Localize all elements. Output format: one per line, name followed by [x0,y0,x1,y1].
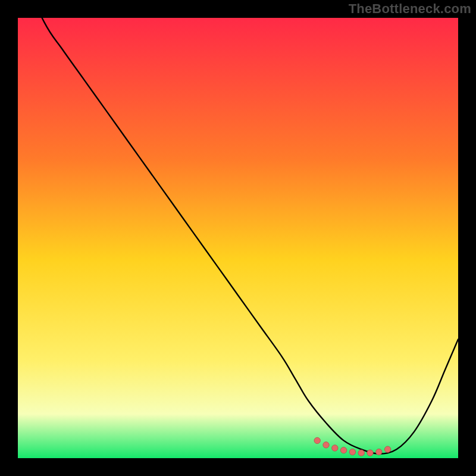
gradient-backdrop [18,18,458,458]
optimal-marker [367,450,373,456]
optimal-marker [340,447,346,453]
optimal-marker [349,449,355,455]
watermark-text: TheBottleneck.com [349,1,471,17]
optimal-marker [376,449,382,455]
bottleneck-chart [18,18,458,458]
chart-frame: TheBottleneck.com [0,0,476,476]
plot-area [18,18,458,458]
optimal-marker [358,450,364,456]
optimal-marker [332,445,338,451]
optimal-marker [323,442,329,448]
optimal-marker [314,437,320,443]
optimal-marker [384,446,390,452]
